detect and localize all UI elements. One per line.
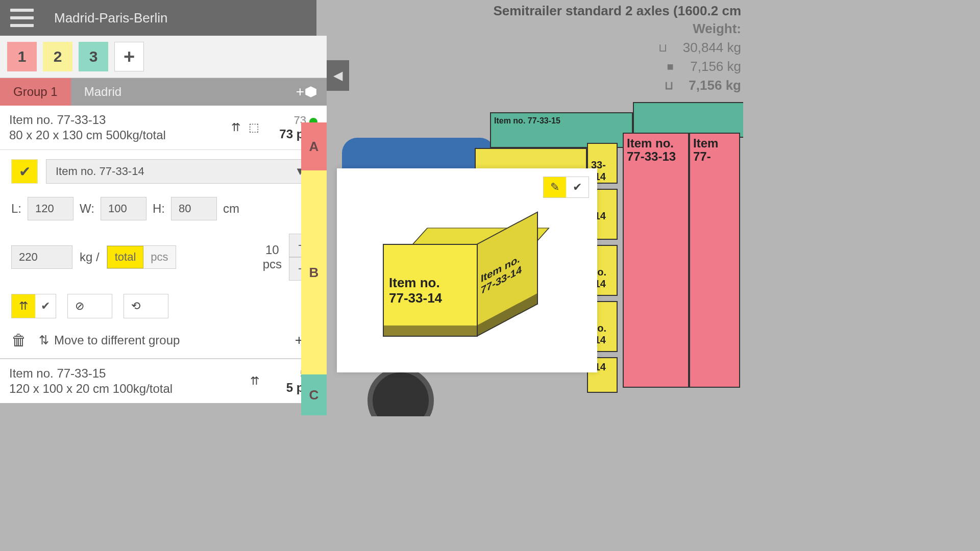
preview-toolbar: ✎ ✔	[543, 177, 589, 198]
strip-a[interactable]: A	[301, 122, 327, 170]
item-preview-card: ✎ ✔ Item no.77-33-14 Item no.77-33-14	[337, 168, 597, 372]
vehicle-title: Semitrailer standard 2 axles (1600.2 cm	[493, 3, 741, 19]
strip-b[interactable]: B	[301, 170, 327, 374]
width-label: W:	[80, 202, 94, 216]
load-icon: ■	[663, 60, 678, 73]
cargo-box-pink: Item77-	[689, 133, 740, 388]
weight-mode-toggle[interactable]: total pcs	[107, 245, 176, 269]
move-group-button[interactable]: ⇅ Move to different group	[39, 333, 180, 347]
this-way-up-icon: ⇈	[250, 374, 259, 388]
item-flags: ⇈	[250, 374, 259, 388]
weight-input[interactable]	[11, 245, 72, 269]
axle-icon: ⊔	[655, 41, 671, 55]
vehicle-info: Semitrailer standard 2 axles (1600.2 cm …	[493, 3, 741, 93]
item-row-c[interactable]: Item no. 77-33-15 120 x 100 x 20 cm 100k…	[0, 359, 327, 403]
this-way-up-icon: ⇈	[231, 121, 240, 134]
load-tab-1[interactable]: 1	[7, 42, 37, 71]
move-icon: ⇅	[39, 333, 49, 347]
width-input[interactable]	[101, 197, 146, 220]
add-item-icon[interactable]: +	[296, 84, 317, 100]
load-tabs-row: 1 2 3 +	[0, 36, 327, 78]
cm-unit: cm	[223, 202, 239, 216]
delete-button[interactable]: 🗑	[11, 332, 27, 349]
truck-wheel	[368, 367, 434, 416]
item-title: Item no. 77-33-15	[9, 366, 250, 381]
collapse-panel-button[interactable]: ◀	[327, 60, 349, 91]
confirm-check-button[interactable]: ✔	[11, 159, 38, 184]
confirm-preview-button[interactable]: ✔	[566, 177, 589, 197]
stackable-icon: ⬚	[249, 121, 259, 134]
app-header: Madrid-Paris-Berlin	[0, 0, 316, 36]
this-way-up-toggle[interactable]: ⇈ ✔	[11, 294, 56, 318]
item-dims: 120 x 100 x 20 cm 100kg/total	[9, 382, 250, 396]
weight-line-load: ■ 7,156 kg	[493, 59, 741, 74]
item-dims: 80 x 20 x 130 cm 500kg/total	[9, 128, 231, 142]
qty-display: 10 pcs	[263, 243, 282, 271]
group-tab-madrid[interactable]: Madrid	[71, 78, 135, 106]
item-name-select[interactable]: Item no. 77-33-14 ▼	[46, 159, 315, 184]
height-label: H:	[153, 202, 165, 216]
non-stackable-toggle[interactable]: ⊘	[67, 294, 112, 318]
box-front-face: Item no.77-33-14	[383, 244, 478, 336]
load-tab-2[interactable]: 2	[43, 42, 72, 71]
flag-checked: ✔	[35, 294, 56, 318]
item-title: Item no. 77-33-13	[9, 113, 231, 127]
total-icon: ⊔	[661, 79, 676, 92]
load-tab-3[interactable]: 3	[79, 42, 108, 71]
toggle-pcs[interactable]: pcs	[143, 246, 175, 268]
flag-unchecked	[148, 294, 168, 318]
group-tabs: Group 1 Madrid +	[0, 78, 327, 106]
strip-c[interactable]: C	[301, 374, 327, 415]
item-edit-panel: ✔ Item no. 77-33-14 ▼ L: W: H: cm kg / t…	[0, 150, 327, 359]
left-panel: 1 2 3 + Group 1 Madrid + Item no. 77-33-…	[0, 36, 327, 403]
box-pallet-front	[383, 325, 478, 337]
weight-label: Weight:	[493, 21, 741, 37]
non-stackable-icon: ⊘	[68, 294, 91, 318]
item-flags: ⇈ ⬚	[231, 121, 259, 134]
length-label: L:	[11, 202, 21, 216]
rotatable-icon: ⟲	[124, 294, 148, 318]
group-tab-active[interactable]: Group 1	[0, 78, 71, 106]
kg-label: kg /	[80, 250, 100, 264]
weight-line-capacity: ⊔ 30,844 kg	[493, 40, 741, 56]
item-row-a[interactable]: Item no. 77-33-13 80 x 20 x 130 cm 500kg…	[0, 106, 327, 150]
group-color-strip: A B C	[301, 122, 327, 415]
toggle-total[interactable]: total	[107, 246, 144, 268]
box-3d-preview[interactable]: Item no.77-33-14 Item no.77-33-14	[383, 209, 546, 352]
flag-unchecked	[91, 294, 112, 318]
add-load-button[interactable]: +	[114, 42, 144, 71]
cargo-box-pink: Item no.77-33-13	[623, 133, 689, 388]
menu-icon[interactable]	[10, 9, 34, 27]
rotatable-toggle[interactable]: ⟲	[124, 294, 168, 318]
edit-color-button[interactable]: ✎	[544, 177, 566, 197]
route-title: Madrid-Paris-Berlin	[54, 10, 168, 26]
height-input[interactable]	[171, 197, 217, 220]
weight-line-total: ⊔ 7,156 kg	[493, 78, 741, 93]
this-way-up-icon: ⇈	[12, 294, 35, 318]
length-input[interactable]	[28, 197, 74, 220]
